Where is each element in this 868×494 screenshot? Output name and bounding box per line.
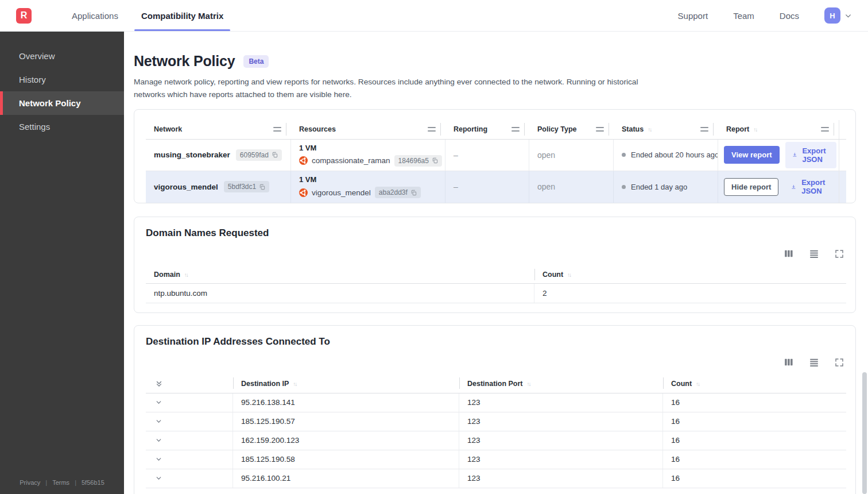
column-header-domain[interactable]: Domain ↑↓ <box>146 267 534 283</box>
export-json-button[interactable]: Export JSON <box>784 173 835 200</box>
column-header-destination-port[interactable]: Destination Port ↑↓ <box>459 375 663 393</box>
sidebar-item-settings[interactable]: Settings <box>0 115 124 138</box>
sort-icon[interactable]: ↑↓ <box>527 381 530 387</box>
rows-icon[interactable] <box>809 357 819 368</box>
destination-row[interactable]: 185.125.190.58 123 16 <box>146 450 846 469</box>
network-id-badge[interactable]: 5bdf3dc1 <box>224 181 269 192</box>
destination-port-cell: 123 <box>459 469 663 488</box>
main-content: Network Policy Beta Manage network polic… <box>124 32 868 494</box>
column-menu-icon[interactable] <box>428 127 436 132</box>
network-row-vigorous-mendel[interactable]: vigorous_mendel 5bdf3dc1 1 VM vigorous_m… <box>146 171 846 203</box>
download-icon <box>792 150 797 159</box>
status-cell: Ended 1 day ago <box>614 171 718 203</box>
destination-row[interactable]: 162.159.200.123 123 16 <box>146 431 846 450</box>
scrollbar-track[interactable] <box>839 140 846 171</box>
expand-all-header[interactable] <box>146 375 233 393</box>
privacy-link[interactable]: Privacy <box>20 479 40 486</box>
networks-card: Network Resources Reporting Policy Type <box>134 109 856 203</box>
status-dot-icon <box>622 185 626 189</box>
export-json-button[interactable]: Export JSON <box>785 142 836 168</box>
copy-icon <box>410 190 417 196</box>
columns-icon[interactable] <box>784 357 793 367</box>
scrollbar-track[interactable] <box>839 171 846 203</box>
sidebar-item-network-policy[interactable]: Network Policy <box>0 91 124 115</box>
scrollbar-track[interactable] <box>839 120 846 139</box>
sort-icon[interactable]: ↑↓ <box>648 126 651 133</box>
destination-ip-cell: 185.125.190.57 <box>233 412 459 431</box>
column-header-destination-ip[interactable]: Destination IP ↑↓ <box>233 375 459 393</box>
column-menu-icon[interactable] <box>596 127 604 132</box>
table-toolbar <box>146 249 844 259</box>
sidebar-item-overview[interactable]: Overview <box>0 44 124 68</box>
destination-port-cell: 123 <box>459 450 663 469</box>
sort-icon[interactable]: ↑↓ <box>293 381 296 387</box>
domain-row[interactable]: ntp.ubuntu.com 2 <box>146 284 846 303</box>
count-cell: 16 <box>663 469 846 488</box>
resource-id-badge[interactable]: aba2dd3f <box>375 187 421 198</box>
top-navbar: R Applications Compatibility Matrix Supp… <box>0 0 868 32</box>
expand-row-toggle[interactable] <box>146 393 233 412</box>
account-menu[interactable]: H <box>824 7 852 24</box>
download-icon <box>791 183 796 191</box>
page-header: Network Policy Beta <box>134 53 856 70</box>
hide-report-button[interactable]: Hide report <box>724 178 778 196</box>
column-menu-icon[interactable] <box>273 127 281 132</box>
destination-port-cell: 123 <box>459 393 663 412</box>
columns-icon[interactable] <box>784 249 793 258</box>
column-header-status[interactable]: Status ↑↓ <box>614 120 718 139</box>
domain-names-card: Domain Names Requested Domain ↑↓ <box>134 217 856 313</box>
expand-row-toggle[interactable] <box>146 450 233 469</box>
avatar[interactable]: H <box>824 7 840 24</box>
page-description: Manage network policy, reporting and vie… <box>134 76 639 101</box>
network-id-badge[interactable]: 60959fad <box>236 149 282 161</box>
destination-row[interactable]: 95.216.100.21 123 16 <box>146 469 846 488</box>
column-header-network[interactable]: Network <box>146 120 291 139</box>
networks-table: Network Resources Reporting Policy Type <box>146 120 846 203</box>
sort-icon[interactable]: ↑↓ <box>184 272 188 278</box>
beta-badge: Beta <box>243 55 269 68</box>
destination-row[interactable]: 95.216.138.141 123 16 <box>146 393 846 412</box>
column-header-report[interactable]: Report ↑↓ <box>718 120 839 139</box>
double-chevron-down-icon[interactable] <box>155 380 163 388</box>
destination-table-header: Destination IP ↑↓ Destination Port ↑↓ Co… <box>146 375 846 393</box>
app-logo[interactable]: R <box>16 8 32 24</box>
expand-row-toggle[interactable] <box>146 431 233 450</box>
column-menu-icon[interactable] <box>700 127 708 132</box>
nav-item-compatibility-matrix[interactable]: Compatibility Matrix <box>130 0 235 31</box>
column-header-reporting[interactable]: Reporting <box>445 120 529 139</box>
nav-link-docs[interactable]: Docs <box>780 11 799 21</box>
page-scrollbar-thumb[interactable] <box>862 372 867 494</box>
sidebar-item-history[interactable]: History <box>0 68 124 91</box>
destination-port-cell: 123 <box>459 431 663 450</box>
nav-item-applications[interactable]: Applications <box>60 0 130 31</box>
column-header-resources[interactable]: Resources <box>291 120 445 139</box>
sort-icon[interactable]: ↑↓ <box>567 272 571 278</box>
network-row-musing-stonebraker[interactable]: musing_stonebraker 60959fad 1 VM compass… <box>146 140 846 171</box>
sort-icon[interactable]: ↑↓ <box>696 381 699 387</box>
column-header-count[interactable]: Count ↑↓ <box>663 375 846 393</box>
destination-row[interactable]: 185.125.190.57 123 16 <box>146 412 846 431</box>
divider: | <box>45 479 47 486</box>
domain-card-title: Domain Names Requested <box>146 227 846 239</box>
report-cell: View report Export JSON <box>718 140 839 171</box>
column-header-policy-type[interactable]: Policy Type <box>529 120 614 139</box>
nav-link-support[interactable]: Support <box>678 11 708 21</box>
rows-icon[interactable] <box>809 249 819 259</box>
build-version: 5f56b15 <box>82 479 104 486</box>
expand-row-toggle[interactable] <box>146 412 233 431</box>
column-header-count[interactable]: Count ↑↓ <box>534 267 846 283</box>
nav-link-team[interactable]: Team <box>733 11 754 21</box>
column-menu-icon[interactable] <box>512 127 520 132</box>
column-menu-icon[interactable] <box>821 127 829 132</box>
expand-icon[interactable] <box>835 249 844 258</box>
expand-icon[interactable] <box>835 358 844 367</box>
report-cell: Hide report Export JSON <box>718 171 839 203</box>
resources-cell: 1 VM vigorous_mendel aba2dd3f <box>291 171 445 203</box>
view-report-button[interactable]: View report <box>724 146 780 164</box>
terms-link[interactable]: Terms <box>52 479 69 486</box>
resource-id-badge[interactable]: 184696a5 <box>394 155 442 167</box>
nav-right: Support Team Docs H <box>678 0 852 31</box>
expand-row-toggle[interactable] <box>146 469 233 488</box>
sort-icon[interactable]: ↑↓ <box>753 126 757 133</box>
count-cell: 2 <box>534 284 846 303</box>
